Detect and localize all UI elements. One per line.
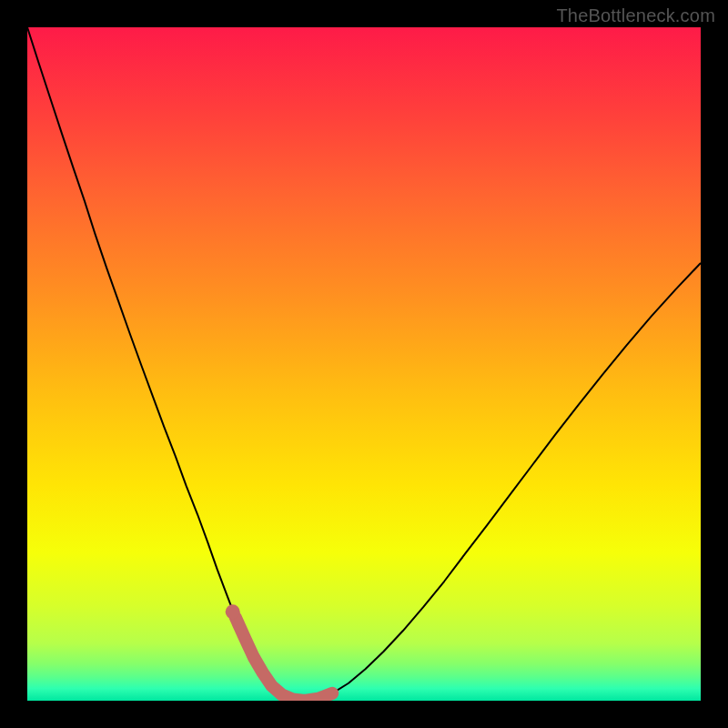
highlight-dot	[226, 604, 240, 619]
chart-background	[27, 27, 701, 701]
bottleneck-chart	[27, 27, 701, 701]
watermark-text: TheBottleneck.com	[556, 5, 715, 26]
figure-container: TheBottleneck.com	[0, 0, 728, 728]
plot-area	[27, 27, 701, 701]
